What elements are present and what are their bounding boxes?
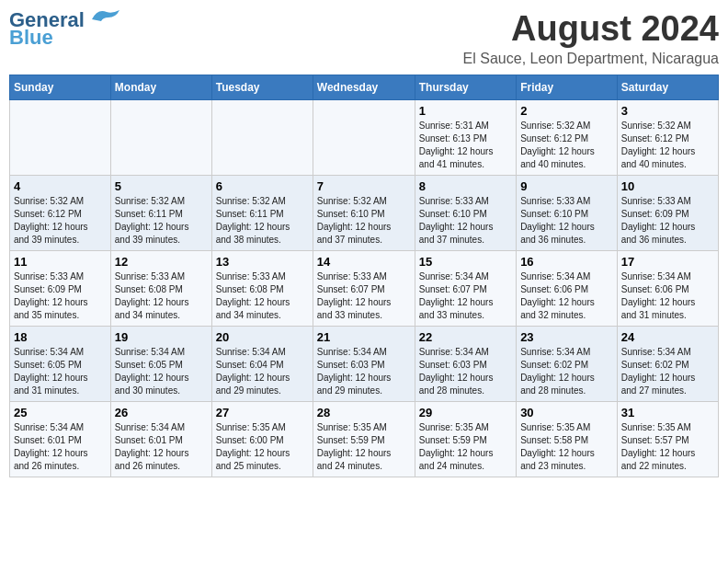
day-number: 15: [419, 255, 512, 269]
calendar-cell: 5Sunrise: 5:32 AM Sunset: 6:11 PM Daylig…: [110, 176, 211, 251]
day-info: Sunrise: 5:33 AM Sunset: 6:09 PM Dayligh…: [14, 270, 107, 322]
calendar-cell: [211, 100, 313, 176]
col-header-friday: Friday: [517, 75, 618, 100]
day-info: Sunrise: 5:34 AM Sunset: 6:06 PM Dayligh…: [621, 270, 714, 322]
page-header: General Blue August 2024 El Sauce, Leon …: [9, 9, 719, 67]
logo-blue: Blue: [9, 27, 85, 48]
calendar-cell: 19Sunrise: 5:34 AM Sunset: 6:05 PM Dayli…: [110, 327, 211, 402]
logo: General Blue: [9, 9, 121, 48]
calendar-cell: 21Sunrise: 5:34 AM Sunset: 6:03 PM Dayli…: [313, 327, 415, 402]
day-info: Sunrise: 5:35 AM Sunset: 6:00 PM Dayligh…: [216, 421, 309, 473]
calendar-body: 1Sunrise: 5:31 AM Sunset: 6:13 PM Daylig…: [10, 100, 719, 477]
day-info: Sunrise: 5:34 AM Sunset: 6:05 PM Dayligh…: [14, 346, 107, 397]
calendar-cell: 25Sunrise: 5:34 AM Sunset: 6:01 PM Dayli…: [10, 402, 111, 477]
calendar-cell: 11Sunrise: 5:33 AM Sunset: 6:09 PM Dayli…: [10, 251, 111, 327]
day-info: Sunrise: 5:33 AM Sunset: 6:07 PM Dayligh…: [317, 270, 411, 322]
day-number: 20: [216, 330, 309, 344]
day-info: Sunrise: 5:34 AM Sunset: 6:07 PM Dayligh…: [419, 270, 512, 322]
day-number: 19: [115, 330, 208, 344]
day-info: Sunrise: 5:32 AM Sunset: 6:12 PM Dayligh…: [520, 120, 613, 171]
day-number: 22: [419, 330, 512, 344]
week-row-3: 11Sunrise: 5:33 AM Sunset: 6:09 PM Dayli…: [10, 251, 719, 327]
day-info: Sunrise: 5:34 AM Sunset: 6:02 PM Dayligh…: [520, 346, 613, 397]
calendar-cell: 9Sunrise: 5:33 AM Sunset: 6:10 PM Daylig…: [517, 176, 618, 251]
day-number: 29: [419, 406, 512, 419]
col-header-sunday: Sunday: [10, 75, 111, 100]
calendar-cell: 7Sunrise: 5:32 AM Sunset: 6:10 PM Daylig…: [313, 176, 415, 251]
calendar-cell: 14Sunrise: 5:33 AM Sunset: 6:07 PM Dayli…: [313, 251, 415, 327]
calendar-cell: 30Sunrise: 5:35 AM Sunset: 5:58 PM Dayli…: [517, 402, 618, 477]
day-number: 2: [520, 104, 613, 118]
calendar-cell: 4Sunrise: 5:32 AM Sunset: 6:12 PM Daylig…: [10, 176, 111, 251]
calendar-cell: [10, 100, 111, 176]
day-info: Sunrise: 5:33 AM Sunset: 6:10 PM Dayligh…: [520, 195, 613, 247]
day-info: Sunrise: 5:33 AM Sunset: 6:10 PM Dayligh…: [419, 195, 512, 247]
week-row-4: 18Sunrise: 5:34 AM Sunset: 6:05 PM Dayli…: [10, 327, 719, 402]
subtitle: El Sauce, Leon Department, Nicaragua: [463, 51, 719, 67]
day-number: 26: [115, 406, 208, 419]
calendar-cell: 8Sunrise: 5:33 AM Sunset: 6:10 PM Daylig…: [415, 176, 516, 251]
calendar-cell: 16Sunrise: 5:34 AM Sunset: 6:06 PM Dayli…: [517, 251, 618, 327]
calendar-cell: 23Sunrise: 5:34 AM Sunset: 6:02 PM Dayli…: [517, 327, 618, 402]
week-row-2: 4Sunrise: 5:32 AM Sunset: 6:12 PM Daylig…: [10, 176, 719, 251]
day-number: 6: [216, 179, 309, 193]
day-info: Sunrise: 5:35 AM Sunset: 5:58 PM Dayligh…: [520, 421, 613, 473]
calendar-cell: 3Sunrise: 5:32 AM Sunset: 6:12 PM Daylig…: [617, 100, 718, 176]
day-info: Sunrise: 5:32 AM Sunset: 6:12 PM Dayligh…: [14, 195, 107, 247]
day-info: Sunrise: 5:34 AM Sunset: 6:03 PM Dayligh…: [317, 346, 411, 397]
week-row-1: 1Sunrise: 5:31 AM Sunset: 6:13 PM Daylig…: [10, 100, 719, 176]
calendar-cell: 18Sunrise: 5:34 AM Sunset: 6:05 PM Dayli…: [10, 327, 111, 402]
calendar-cell: 10Sunrise: 5:33 AM Sunset: 6:09 PM Dayli…: [617, 176, 718, 251]
calendar-cell: 28Sunrise: 5:35 AM Sunset: 5:59 PM Dayli…: [313, 402, 415, 477]
calendar-cell: 15Sunrise: 5:34 AM Sunset: 6:07 PM Dayli…: [415, 251, 516, 327]
calendar-cell: 29Sunrise: 5:35 AM Sunset: 5:59 PM Dayli…: [415, 402, 516, 477]
day-info: Sunrise: 5:32 AM Sunset: 6:11 PM Dayligh…: [216, 195, 309, 247]
day-info: Sunrise: 5:33 AM Sunset: 6:08 PM Dayligh…: [115, 270, 208, 322]
col-header-thursday: Thursday: [415, 75, 516, 100]
day-info: Sunrise: 5:32 AM Sunset: 6:10 PM Dayligh…: [317, 195, 411, 247]
day-info: Sunrise: 5:34 AM Sunset: 6:01 PM Dayligh…: [115, 421, 208, 473]
logo-bird-icon: [86, 6, 121, 32]
day-info: Sunrise: 5:34 AM Sunset: 6:03 PM Dayligh…: [419, 346, 512, 397]
day-number: 31: [621, 406, 714, 419]
day-number: 12: [115, 255, 208, 269]
day-number: 3: [621, 104, 714, 118]
day-number: 23: [520, 330, 613, 344]
calendar-cell: 12Sunrise: 5:33 AM Sunset: 6:08 PM Dayli…: [110, 251, 211, 327]
day-info: Sunrise: 5:35 AM Sunset: 5:57 PM Dayligh…: [621, 421, 714, 473]
day-info: Sunrise: 5:31 AM Sunset: 6:13 PM Dayligh…: [419, 120, 512, 171]
day-info: Sunrise: 5:34 AM Sunset: 6:05 PM Dayligh…: [115, 346, 208, 397]
day-number: 24: [621, 330, 714, 344]
calendar-cell: 22Sunrise: 5:34 AM Sunset: 6:03 PM Dayli…: [415, 327, 516, 402]
day-number: 16: [520, 255, 613, 269]
day-number: 10: [621, 179, 714, 193]
day-number: 7: [317, 179, 411, 193]
calendar-cell: 31Sunrise: 5:35 AM Sunset: 5:57 PM Dayli…: [617, 402, 718, 477]
day-number: 17: [621, 255, 714, 269]
calendar-cell: 20Sunrise: 5:34 AM Sunset: 6:04 PM Dayli…: [211, 327, 313, 402]
day-number: 4: [14, 179, 107, 193]
col-header-tuesday: Tuesday: [211, 75, 313, 100]
day-number: 1: [419, 104, 512, 118]
day-info: Sunrise: 5:32 AM Sunset: 6:12 PM Dayligh…: [621, 120, 714, 171]
day-number: 28: [317, 406, 411, 419]
day-info: Sunrise: 5:33 AM Sunset: 6:08 PM Dayligh…: [216, 270, 309, 322]
calendar-cell: 24Sunrise: 5:34 AM Sunset: 6:02 PM Dayli…: [617, 327, 718, 402]
day-info: Sunrise: 5:34 AM Sunset: 6:04 PM Dayligh…: [216, 346, 309, 397]
day-number: 18: [14, 330, 107, 344]
day-info: Sunrise: 5:35 AM Sunset: 5:59 PM Dayligh…: [317, 421, 411, 473]
day-number: 27: [216, 406, 309, 419]
day-number: 11: [14, 255, 107, 269]
day-info: Sunrise: 5:34 AM Sunset: 6:06 PM Dayligh…: [520, 270, 613, 322]
day-number: 5: [115, 179, 208, 193]
day-number: 30: [520, 406, 613, 419]
title-block: August 2024 El Sauce, Leon Department, N…: [463, 9, 719, 67]
day-number: 13: [216, 255, 309, 269]
col-header-saturday: Saturday: [617, 75, 718, 100]
day-info: Sunrise: 5:32 AM Sunset: 6:11 PM Dayligh…: [115, 195, 208, 247]
calendar-cell: [110, 100, 211, 176]
day-number: 9: [520, 179, 613, 193]
calendar-cell: [313, 100, 415, 176]
day-number: 25: [14, 406, 107, 419]
day-info: Sunrise: 5:35 AM Sunset: 5:59 PM Dayligh…: [419, 421, 512, 473]
